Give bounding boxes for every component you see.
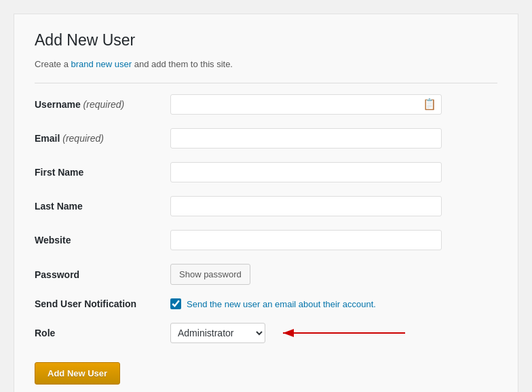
role-select[interactable]: Administrator Editor Author Contributor … bbox=[170, 323, 265, 343]
lastname-input[interactable] bbox=[170, 196, 442, 216]
username-wrapper: 📋 bbox=[170, 94, 442, 115]
arrow-annotation bbox=[276, 323, 412, 343]
lastname-label: Last Name bbox=[35, 189, 170, 223]
website-label: Website bbox=[35, 223, 170, 257]
username-input[interactable] bbox=[170, 94, 442, 115]
brand-new-user-link[interactable]: brand new user bbox=[71, 59, 132, 69]
page-title: Add New User bbox=[35, 31, 497, 51]
send-notification-label: Send User Notification bbox=[35, 292, 170, 316]
notification-checkbox-cell: Send the new user an email about their a… bbox=[170, 298, 497, 309]
role-label: Role bbox=[35, 316, 170, 350]
red-arrow-icon bbox=[276, 323, 412, 343]
send-notification-checkbox[interactable] bbox=[170, 298, 181, 309]
show-password-button[interactable]: Show password bbox=[170, 264, 250, 286]
firstname-row: First Name bbox=[35, 155, 497, 189]
email-label: Email (required) bbox=[35, 121, 170, 155]
firstname-input[interactable] bbox=[170, 162, 442, 182]
lastname-row: Last Name bbox=[35, 189, 497, 223]
send-notification-row: Send User Notification Send the new user… bbox=[35, 292, 497, 316]
username-row: Username (required) 📋 bbox=[35, 87, 497, 121]
form-table: Username (required) 📋 Email (required) bbox=[35, 87, 497, 351]
notification-text: Send the new user an email about their a… bbox=[187, 299, 376, 309]
website-row: Website bbox=[35, 223, 497, 257]
email-input[interactable] bbox=[170, 128, 442, 149]
firstname-label: First Name bbox=[35, 155, 170, 189]
password-label: Password bbox=[35, 257, 170, 292]
add-new-user-button[interactable]: Add New User bbox=[35, 362, 120, 385]
website-input[interactable] bbox=[170, 230, 442, 250]
role-row: Role Administrator Editor Author Contrib… bbox=[35, 316, 497, 350]
role-cell: Administrator Editor Author Contributor … bbox=[170, 323, 497, 343]
email-row: Email (required) bbox=[35, 121, 497, 155]
divider bbox=[35, 83, 497, 83]
username-icon: 📋 bbox=[423, 99, 436, 110]
add-new-user-form: Add New User Create a brand new user and… bbox=[14, 14, 518, 392]
subtitle: Create a brand new user and add them to … bbox=[35, 59, 497, 69]
password-row: Password Show password bbox=[35, 257, 497, 292]
username-label: Username (required) bbox=[35, 87, 170, 121]
